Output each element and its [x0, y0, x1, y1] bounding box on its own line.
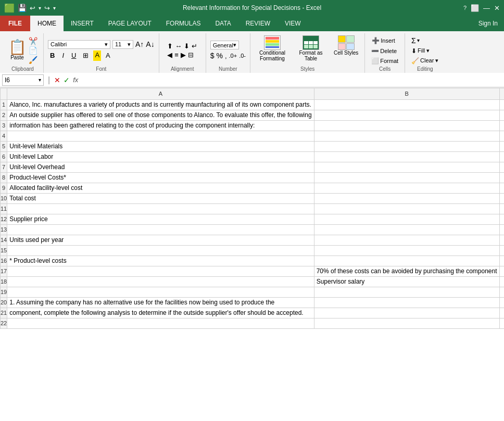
cell-B15[interactable] [314, 245, 499, 256]
close-btn[interactable]: ✕ [494, 4, 500, 12]
font-increase-btn[interactable]: A↑ [135, 40, 144, 48]
row-header-2[interactable]: 2 [1, 110, 7, 120]
redo-btn[interactable]: ↪ [44, 4, 50, 12]
cell-C18[interactable] [499, 276, 504, 287]
cell-C8[interactable] [499, 172, 504, 183]
align-center-btn[interactable]: ≡ [174, 51, 179, 59]
format-as-table-button[interactable]: Format as Table [293, 34, 329, 62]
align-middle-btn[interactable]: ↔ [175, 42, 182, 50]
tab-file[interactable]: FILE [0, 16, 30, 31]
align-top-btn[interactable]: ⬆ [167, 42, 173, 50]
undo-btn[interactable]: ↩ [30, 4, 35, 12]
align-left-btn[interactable]: ◀ [167, 51, 172, 59]
cell-B3[interactable] [314, 120, 499, 131]
cell-A12[interactable]: Supplier price [7, 214, 314, 224]
row-header-15[interactable]: 15 [1, 245, 7, 256]
cancel-formula-btn[interactable]: ✕ [54, 76, 60, 84]
cell-C21[interactable] [499, 308, 504, 318]
merge-btn[interactable]: ⊟ [188, 51, 194, 59]
row-header-6[interactable]: 6 [1, 151, 7, 162]
minimize-btn[interactable]: — [483, 4, 490, 12]
cell-B6[interactable] [314, 151, 499, 162]
restore-btn[interactable]: ⬜ [471, 4, 479, 12]
cell-A2[interactable]: An outside supplier has offered to sell … [7, 110, 314, 120]
cell-A13[interactable] [7, 224, 314, 235]
cell-A6[interactable]: Unit-level Labor [7, 151, 314, 162]
percent-btn[interactable]: % [216, 52, 222, 60]
border-btn[interactable]: ⊞ [81, 51, 90, 60]
cell-A19[interactable] [7, 287, 314, 297]
copy-button[interactable]: 📄 [29, 46, 37, 55]
row-header-20[interactable]: 20 [1, 297, 7, 308]
cell-C2[interactable] [499, 110, 504, 120]
cell-B16[interactable] [314, 256, 499, 266]
cell-C10[interactable] [499, 193, 504, 203]
clear-btn[interactable]: 🧹 Clear ▾ [409, 57, 440, 65]
cell-B10[interactable] [314, 193, 499, 203]
cell-B9[interactable] [314, 183, 499, 193]
cell-A14[interactable]: Units used per year [7, 235, 314, 245]
cell-C3[interactable] [499, 120, 504, 131]
row-header-14[interactable]: 14 [1, 235, 7, 245]
cell-B14[interactable] [314, 235, 499, 245]
cell-C12[interactable] [499, 214, 504, 224]
cell-C14[interactable] [499, 235, 504, 245]
cell-styles-button[interactable]: Cell Styles [332, 34, 360, 57]
tab-insert[interactable]: INSERT [64, 16, 101, 31]
row-header-9[interactable]: 9 [1, 183, 7, 193]
cell-A8[interactable]: Product-level Costs* [7, 172, 314, 183]
cell-C19[interactable] [499, 287, 504, 297]
cell-C16[interactable] [499, 256, 504, 266]
font-size-dropdown[interactable]: 11 ▾ [112, 40, 133, 49]
delete-cells-btn[interactable]: ➖ Delete [369, 47, 399, 55]
cell-B1[interactable] [314, 99, 499, 110]
row-header-18[interactable]: 18 [1, 276, 7, 287]
formula-input[interactable] [80, 76, 502, 84]
row-header-19[interactable]: 19 [1, 287, 7, 297]
font-name-dropdown[interactable]: Calibri ▾ [48, 40, 110, 49]
confirm-formula-btn[interactable]: ✓ [64, 76, 70, 84]
cell-B2[interactable] [314, 110, 499, 120]
cell-A1[interactable]: Alanco, Inc. manufactures a variety of p… [7, 99, 314, 110]
format-painter-button[interactable]: 🖌️ [29, 56, 37, 64]
cell-B22[interactable] [314, 318, 499, 328]
cell-A9[interactable]: Allocated facility-level cost [7, 183, 314, 193]
underline-button[interactable]: U [69, 51, 78, 60]
cell-A16[interactable]: * Product-level costs [7, 256, 314, 266]
row-header-22[interactable]: 22 [1, 318, 7, 328]
row-header-10[interactable]: 10 [1, 193, 7, 203]
cell-C20[interactable] [499, 297, 504, 308]
cell-C13[interactable] [499, 224, 504, 235]
name-box[interactable]: I6 ▾ [2, 74, 44, 86]
cell-C1[interactable] [499, 99, 504, 110]
row-header-17[interactable]: 17 [1, 266, 7, 276]
currency-btn[interactable]: $ [210, 52, 215, 60]
cell-B19[interactable] [314, 287, 499, 297]
col-header-B[interactable]: B [314, 88, 499, 99]
row-header-12[interactable]: 12 [1, 214, 7, 224]
highlight-btn[interactable]: A [93, 50, 101, 61]
italic-button[interactable]: I [60, 51, 66, 60]
cell-A3[interactable]: information has been gathered relating t… [7, 120, 314, 131]
tab-page-layout[interactable]: PAGE LAYOUT [101, 16, 159, 31]
cell-B21[interactable] [314, 308, 499, 318]
cell-B4[interactable] [314, 131, 499, 141]
col-header-A[interactable]: A [7, 88, 314, 99]
bold-button[interactable]: B [48, 51, 57, 60]
row-header-5[interactable]: 5 [1, 141, 7, 151]
row-header-8[interactable]: 8 [1, 172, 7, 183]
cell-A4[interactable] [7, 131, 314, 141]
cell-B12[interactable] [314, 214, 499, 224]
number-format-dropdown[interactable]: General ▾ [210, 41, 239, 49]
cell-A5[interactable]: Unit-level Materials [7, 141, 314, 151]
cell-C5[interactable] [499, 141, 504, 151]
quick-access-save[interactable]: 💾 [18, 4, 27, 12]
cut-button[interactable]: ✂️ [29, 37, 37, 45]
cell-A21[interactable]: component, complete the following analys… [7, 308, 314, 318]
cell-C22[interactable] [499, 318, 504, 328]
cell-A18[interactable] [7, 276, 314, 287]
cell-B8[interactable] [314, 172, 499, 183]
cell-A20[interactable]: 1. Assuming the company has no alternati… [7, 297, 314, 308]
insert-cells-btn[interactable]: ➕ Insert [369, 36, 398, 45]
row-header-11[interactable]: 11 [1, 203, 7, 214]
